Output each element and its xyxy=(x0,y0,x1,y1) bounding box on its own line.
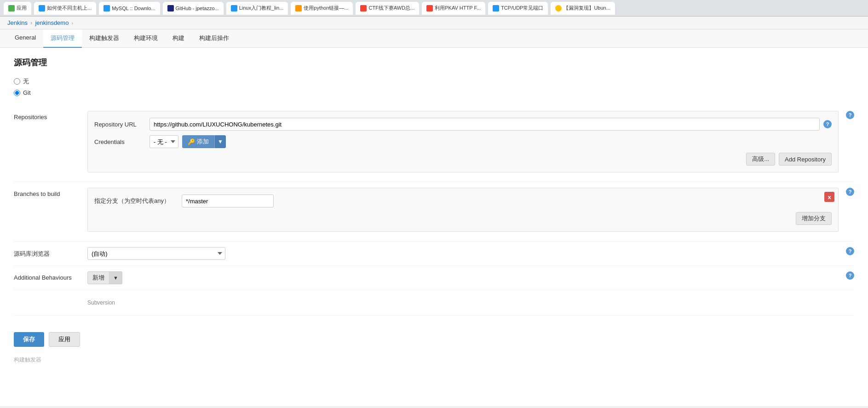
source-browser-select[interactable]: (自动) xyxy=(87,247,225,260)
tab-build-env-label: 构建环境 xyxy=(134,34,158,41)
branches-with-help: x 指定分支（为空时代表any） 增加分支 ? xyxy=(87,188,854,236)
tab-8[interactable]: TCP/UDP常见端口 xyxy=(488,2,548,15)
tab-label: 利用PKAV HTTP F... xyxy=(435,5,481,11)
add-repository-button[interactable]: Add Repository xyxy=(779,153,832,166)
new-behaviour-group: 新增 ▼ xyxy=(87,271,839,284)
tab-favicon xyxy=(360,5,367,11)
tab-3[interactable]: GitHub - jpetazzo... xyxy=(163,2,224,15)
radio-git-input[interactable] xyxy=(14,90,20,96)
tab-label: GitHub - jpetazzo... xyxy=(176,6,219,11)
tab-source-management[interactable]: 源码管理 xyxy=(43,29,82,48)
tab-general[interactable]: General xyxy=(7,29,43,48)
source-browser-help-icon[interactable]: ? xyxy=(846,247,854,255)
add-branch-button[interactable]: 增加分支 xyxy=(796,212,832,225)
tab-build-triggers[interactable]: 构建触发器 xyxy=(82,29,126,48)
source-browser-with-help: (自动) ? xyxy=(87,247,854,260)
additional-behaviours-control: 新增 ▼ ? xyxy=(87,271,854,284)
additional-behaviours-content: 新增 ▼ xyxy=(87,271,839,284)
tab-build-env[interactable]: 构建环境 xyxy=(126,29,165,48)
tab-post-build[interactable]: 构建后操作 xyxy=(192,29,236,48)
subversion-label-spacer xyxy=(14,296,87,299)
main-content: General 源码管理 构建触发器 构建环境 构建 构建后操作 源码管理 无 xyxy=(0,29,868,406)
branches-control: x 指定分支（为空时代表any） 增加分支 ? xyxy=(87,188,854,236)
tab-favicon xyxy=(103,5,110,11)
source-browser-control: (自动) ? xyxy=(87,247,854,260)
tab-general-label: General xyxy=(15,34,36,41)
new-behaviour-button[interactable]: 新增 xyxy=(87,271,109,284)
additional-behaviours-label: Additional Behaviours xyxy=(14,271,87,281)
tab-9[interactable]: 【漏洞复现】Ubun... xyxy=(551,2,615,15)
radio-none[interactable]: 无 xyxy=(14,77,854,86)
credentials-row: Credentials - 无 - 🔑 添加 xyxy=(94,135,832,148)
branches-box: x 指定分支（为空时代表any） 增加分支 xyxy=(87,188,839,232)
tab-5[interactable]: 使用python链接—... xyxy=(291,2,353,15)
breadcrumb-jenkinsdemo[interactable]: jenkinsdemo xyxy=(35,19,69,26)
tab-favicon xyxy=(39,5,45,11)
repositories-control: Repository URL ? Credentials - 无 - xyxy=(87,111,854,176)
page-title: 源码管理 xyxy=(14,57,854,68)
tab-label: 如何使不同主机上... xyxy=(47,5,92,11)
repositories-row: Repositories Repository URL ? xyxy=(14,105,854,182)
tab-source-label: 源码管理 xyxy=(51,34,75,41)
tab-build-triggers-label: 构建触发器 xyxy=(89,34,119,41)
save-button[interactable]: 保存 xyxy=(14,332,44,347)
radio-none-input[interactable] xyxy=(14,78,20,85)
key-icon: 🔑 xyxy=(188,138,195,145)
tab-build[interactable]: 构建 xyxy=(165,29,192,48)
add-credentials-dropdown[interactable]: ▼ xyxy=(214,135,226,148)
tab-label: CTF线下赛AWD总... xyxy=(368,5,414,11)
additional-behaviours-help-icon[interactable]: ? xyxy=(846,271,854,280)
config-tab-bar: General 源码管理 构建触发器 构建环境 构建 构建后操作 xyxy=(0,29,868,48)
radio-git[interactable]: Git xyxy=(14,89,854,96)
breadcrumb-jenkins[interactable]: Jenkins xyxy=(7,19,28,26)
credentials-label: Credentials xyxy=(94,138,149,145)
add-credentials-button[interactable]: 🔑 添加 xyxy=(182,135,214,148)
tab-favicon xyxy=(167,5,174,11)
tab-2[interactable]: MySQL :: Downlo... xyxy=(99,2,160,15)
tab-4[interactable]: Linux入门教程_lin... xyxy=(226,2,288,15)
branches-content: x 指定分支（为空时代表any） 增加分支 xyxy=(87,188,839,236)
tab-label: 【漏洞复现】Ubun... xyxy=(563,5,610,11)
branch-input[interactable] xyxy=(182,195,274,207)
breadcrumb-separator: › xyxy=(30,19,32,26)
page-content: 源码管理 无 Git Repositories xyxy=(0,48,868,325)
repo-url-row: Repository URL ? xyxy=(94,118,832,131)
remove-branch-button[interactable]: x xyxy=(824,192,834,202)
tab-label: 使用python链接—... xyxy=(304,5,348,11)
branches-label: Branches to build xyxy=(14,188,87,197)
repositories-help-icon[interactable]: ? xyxy=(846,111,854,119)
tab-6[interactable]: CTF线下赛AWD总... xyxy=(356,2,419,15)
radio-git-label: Git xyxy=(23,89,31,96)
credentials-select[interactable]: - 无 - xyxy=(149,135,178,148)
repositories-with-help: Repository URL ? Credentials - 无 - xyxy=(87,111,854,176)
tab-build-label: 构建 xyxy=(172,34,184,41)
repo-box: Repository URL ? Credentials - 无 - xyxy=(87,111,839,172)
branches-help-icon[interactable]: ? xyxy=(846,188,854,196)
tab-favicon xyxy=(493,5,499,11)
tab-favicon xyxy=(8,5,15,11)
new-behaviour-caret[interactable]: ▼ xyxy=(109,271,122,284)
credentials-controls: - 无 - 🔑 添加 ▼ xyxy=(149,135,226,148)
repo-actions: 高级... Add Repository xyxy=(94,153,832,166)
bottom-actions: 保存 应用 xyxy=(0,325,868,354)
tab-7[interactable]: 利用PKAV HTTP F... xyxy=(422,2,485,15)
source-browser-content: (自动) xyxy=(87,247,839,260)
browser-tab-bar: 应用 如何使不同主机上... MySQL :: Downlo... GitHub… xyxy=(0,0,868,17)
advanced-button[interactable]: 高级... xyxy=(746,153,775,166)
apply-button[interactable]: 应用 xyxy=(49,332,80,347)
breadcrumb-arrow-icon: › xyxy=(71,20,73,26)
branch-field-label: 指定分支（为空时代表any） xyxy=(94,197,177,205)
tab-label: 应用 xyxy=(17,5,27,11)
tab-favicon xyxy=(295,5,302,11)
additional-behaviours-row: Additional Behaviours 新增 ▼ ? xyxy=(14,266,854,290)
source-browser-row: 源码库浏览器 (自动) ? xyxy=(14,241,854,266)
footer-hint: 构建触发器 xyxy=(0,354,868,368)
add-credentials-group: 🔑 添加 ▼ xyxy=(182,135,226,148)
repositories-content: Repository URL ? Credentials - 无 - xyxy=(87,111,839,176)
tab-1[interactable]: 如何使不同主机上... xyxy=(34,2,96,15)
repo-url-help-icon[interactable]: ? xyxy=(823,120,832,128)
branch-field-row: 指定分支（为空时代表any） xyxy=(94,195,832,207)
subversion-content: Subversion xyxy=(87,296,854,310)
repo-url-input[interactable] xyxy=(149,118,820,131)
tab-applications[interactable]: 应用 xyxy=(4,2,31,15)
